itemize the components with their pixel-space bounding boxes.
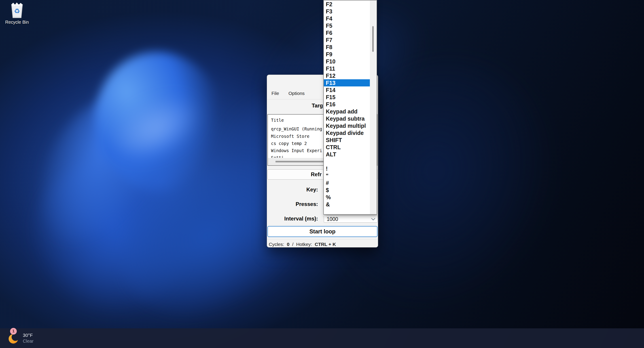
recycle-bin-label: Recycle Bin [3,20,31,25]
start-loop-button[interactable]: Start loop [268,226,378,237]
menu-options[interactable]: Options [288,90,304,96]
key-option[interactable]: Keypad add [324,108,370,115]
status-separator [267,239,378,239]
weather-condition: Clear [23,339,34,344]
refresh-button-label: Refr [311,171,322,177]
key-option[interactable]: Keypad subtra [324,115,370,122]
list-header: Title [271,118,284,123]
key-dropdown-popup: F2 F3 F4 F5 F6 F7 F8 F9 F10 F11 F12 F13 … [323,0,377,215]
key-option[interactable]: F9 [324,51,370,58]
key-option[interactable]: Keypad multipl [324,122,370,129]
key-option[interactable]: F10 [324,58,370,65]
menu-file[interactable]: File [272,90,279,96]
key-option[interactable]: F15 [324,94,370,101]
key-option[interactable]: Keypad divide [324,129,370,137]
key-option[interactable]: # [324,179,370,186]
status-slash: / [292,242,294,247]
moon-weather-icon: 1 [5,331,20,345]
key-option-selected[interactable]: F13 [324,79,370,86]
interval-combobox[interactable]: 1000 [324,215,378,223]
list-item[interactable]: cs copy temp 2 [271,141,307,146]
notification-badge: 1 [10,328,17,335]
key-option[interactable]: F4 [324,15,370,22]
key-option[interactable]: % [324,194,370,201]
recycle-bin-icon: ♻ [10,2,24,19]
screen: ♻ Recycle Bin File Options Targ Title qr… [0,0,644,348]
svg-text:♻: ♻ [14,7,20,15]
key-option[interactable]: ! [324,165,370,172]
taskbar: 1 30°F Clear Search [0,328,644,348]
target-label: Targ [312,103,323,109]
chevron-down-icon [371,217,376,221]
key-option[interactable]: F11 [324,65,370,72]
list-item[interactable]: Microsoft Store [271,134,310,139]
status-bar: Cycles: 0 / Hotkey: CTRL + K [269,241,336,247]
key-option[interactable]: " [324,172,370,179]
vertical-scrollbar-thumb[interactable] [372,26,374,52]
key-option[interactable]: SHIFT [324,137,370,144]
list-item[interactable]: Windows Input Experi [271,148,322,153]
key-label: Key: [267,186,318,193]
key-option[interactable]: F2 [324,1,370,8]
list-item-partial[interactable]: Setti [271,155,284,158]
key-option[interactable]: F14 [324,86,370,94]
hotkey-label: Hotkey: [296,242,312,247]
key-option[interactable]: $ [324,186,370,194]
key-option[interactable]: F7 [324,36,370,43]
key-option[interactable]: F3 [324,8,370,15]
list-item[interactable]: qrcp_WinGUI (Running [271,126,322,131]
key-option[interactable]: F6 [324,29,370,36]
key-option[interactable]: ALT [324,151,370,158]
key-option[interactable] [324,158,370,165]
key-option[interactable]: F8 [324,43,370,51]
recycle-bin-shortcut[interactable]: ♻ Recycle Bin [3,2,31,25]
key-dropdown-list: F2 F3 F4 F5 F6 F7 F8 F9 F10 F11 F12 F13 … [324,1,370,208]
interval-label: Interval (ms): [267,215,318,222]
key-option[interactable]: F16 [324,101,370,108]
key-option[interactable]: CTRL [324,144,370,151]
cycles-value: 0 [287,242,290,247]
weather-widget[interactable]: 1 30°F Clear [2,328,58,348]
presses-label: Presses: [267,201,318,207]
key-option[interactable]: & [324,201,370,208]
hotkey-value: CTRL + K [315,242,336,247]
weather-temperature: 30°F [23,333,34,338]
key-option[interactable]: F12 [324,72,370,79]
interval-value: 1000 [327,216,338,222]
cycles-label: Cycles: [269,242,284,247]
vertical-scrollbar[interactable] [370,0,376,214]
key-option[interactable]: F5 [324,22,370,29]
